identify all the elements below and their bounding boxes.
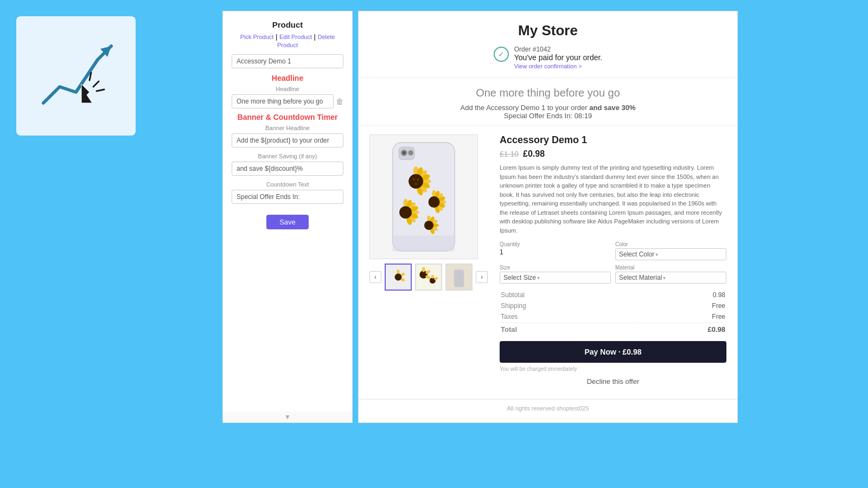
upsell-countdown: Special Offer Ends In: 08:19 [504,112,592,120]
product-images: ‹ [369,134,489,390]
svg-point-22 [417,179,419,181]
total-row: Total £0.98 [501,323,725,335]
product-links: Pick Product | Edit Product | Delete Pro… [232,33,343,49]
svg-point-21 [413,178,415,181]
banner-section-title: Banner & Countdown Timer [232,113,343,121]
order-confirm-row: ✓ Order #1042 You've paid for your order… [369,46,726,70]
color-select[interactable]: Select Color ▾ [615,248,726,260]
pick-product-link[interactable]: Pick Product [240,34,274,40]
product-details: Accessory Demo 1 £1.10 £0.98 Lorem Ipsum… [500,134,726,390]
headline-section-title: Headline [232,74,343,82]
material-field: Material Select Material ▾ [615,265,726,284]
size-field: Size Select Size ▾ [500,265,611,284]
order-paid-text: You've paid for your order. [514,53,602,62]
color-select-value: Select Color [619,251,654,258]
logo-area [16,16,136,136]
svg-rect-64 [454,269,464,287]
svg-rect-0 [33,33,119,119]
color-label: Color [615,241,726,247]
thumbnail-3[interactable] [445,264,473,291]
thumbnail-row: ‹ [369,264,489,291]
order-number: Order #1042 [514,46,602,53]
svg-rect-49 [393,236,455,252]
right-panel: My Store ✓ Order #1042 You've paid for y… [358,11,738,423]
countdown-label: Countdown Text [232,181,343,188]
svg-point-32 [429,196,440,208]
material-select-value: Select Material [619,274,662,281]
countdown-input[interactable] [232,190,343,204]
variants-grid: Quantity 1 Color Select Color ▾ Size Sel… [500,241,726,284]
shipping-label: Shipping [501,301,633,311]
svg-point-48 [424,221,433,230]
pay-now-button[interactable]: Pay Now · £0.98 [500,341,726,363]
upsell-section: One more thing before you go Add the Acc… [359,78,737,126]
material-select[interactable]: Select Material ▾ [615,272,726,284]
total-label: Total [501,323,633,335]
product-input[interactable] [232,54,343,68]
product-name: Accessory Demo 1 [500,134,726,146]
taxes-label: Taxes [501,312,633,322]
edit-product-link[interactable]: Edit Product [279,34,312,40]
banner-saving-label: Banner Saving (if any) [232,153,343,159]
headline-input[interactable] [232,94,334,108]
svg-point-57 [422,267,425,272]
subtotal-value: 0.98 [634,290,725,300]
banner-saving-input[interactable] [232,162,343,176]
product-price-row: £1.10 £0.98 [500,149,726,159]
shipping-row: Shipping Free [501,301,725,311]
left-panel: Product Pick Product | Edit Product | De… [222,11,353,423]
svg-point-41 [399,206,412,219]
headline-label: Headline [232,86,343,92]
subtotal-label: Subtotal [501,290,633,300]
product-description: Lorem Ipsum is simply dummy text of the … [500,163,726,235]
banner-headline-label: Banner Headline [232,125,343,131]
next-thumbnail-arrow[interactable]: › [476,271,488,283]
size-select[interactable]: Select Size ▾ [500,272,611,284]
scroll-down-arrow[interactable]: ▼ [223,412,352,422]
prev-thumbnail-arrow[interactable]: ‹ [369,271,381,283]
upsell-desc-bold: and save 30% [589,104,635,112]
thumbnail-2[interactable] [415,264,442,291]
quantity-label: Quantity [500,241,611,247]
footer-text: All rights reserved shoptest025 [359,399,737,417]
subtotal-row: Subtotal 0.98 [501,290,725,300]
check-circle-icon: ✓ [494,47,509,62]
size-chevron-icon: ▾ [537,275,540,281]
taxes-value: Free [634,312,725,322]
save-button[interactable]: Save [266,215,309,229]
upsell-desc: Add the Accessory Demo 1 to your order a… [369,104,726,120]
shipping-value: Free [634,301,725,311]
product-image-svg [375,140,473,254]
order-text: Order #1042 You've paid for your order. … [514,46,602,70]
size-select-value: Select Size [503,274,536,281]
taxes-row: Taxes Free [501,312,725,322]
logo-icon [33,33,119,119]
material-label: Material [615,265,726,271]
upsell-heading: One more thing before you go [369,87,726,99]
view-order-link[interactable]: View order confirmation > [514,63,582,69]
svg-point-61 [431,274,434,278]
color-chevron-icon: ▾ [655,252,658,258]
charged-note: You will be charged immediately [500,366,726,372]
price-new: £0.98 [523,149,545,159]
store-title: My Store [369,22,726,39]
svg-point-23 [415,183,417,185]
quantity-field: Quantity 1 [500,241,611,260]
size-label: Size [500,265,611,271]
material-chevron-icon: ▾ [663,275,666,281]
color-field: Color Select Color ▾ [615,241,726,260]
svg-point-54 [395,274,402,281]
svg-point-20 [409,174,423,189]
store-header: My Store ✓ Order #1042 You've paid for y… [359,11,737,78]
svg-point-10 [408,150,413,156]
svg-point-9 [403,151,406,155]
totals-table: Subtotal 0.98 Shipping Free Taxes Free T… [500,289,726,336]
trash-icon[interactable]: 🗑 [336,97,343,106]
banner-headline-input[interactable] [232,133,343,147]
product-section: ‹ [359,126,737,399]
main-product-image [369,134,478,259]
quantity-value: 1 [500,248,611,256]
decline-offer-link[interactable]: Decline this offer [500,377,726,386]
product-section-title: Product [232,20,343,29]
thumbnail-1[interactable] [385,264,412,291]
